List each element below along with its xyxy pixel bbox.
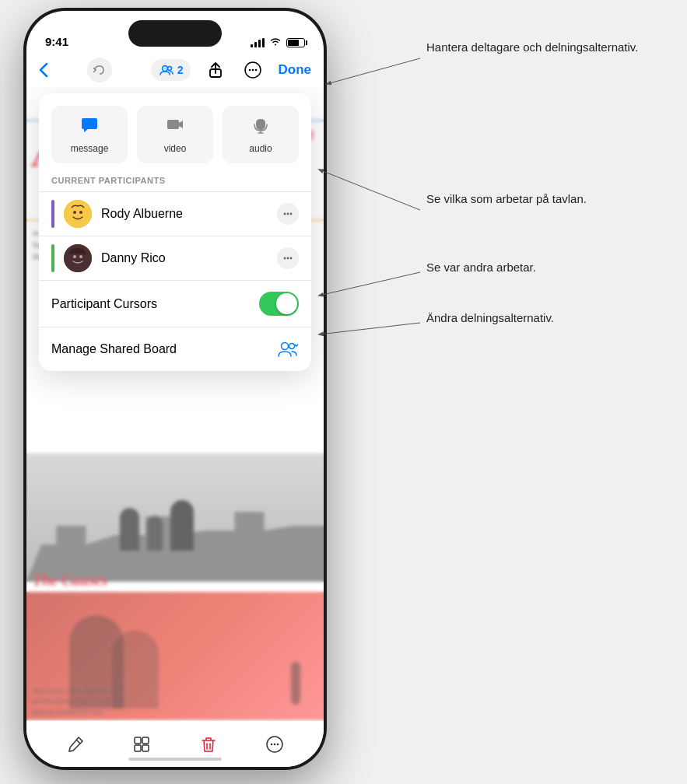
- video-button[interactable]: video: [137, 106, 213, 163]
- svg-point-17: [79, 255, 82, 258]
- annotation-top: Hantera deltagare och delningsalternativ…: [426, 39, 660, 57]
- participant-cursors-row: Participant Cursors: [39, 280, 311, 327]
- svg-point-21: [282, 343, 289, 350]
- manage-shared-board-row[interactable]: Manage Shared Board: [39, 327, 311, 371]
- svg-point-20: [290, 257, 293, 260]
- svg-point-22: [289, 344, 295, 349]
- rody-indicator: [51, 200, 54, 228]
- annotation-manage: Ändra delningsalternativ.: [426, 311, 652, 325]
- svg-line-34: [319, 323, 420, 334]
- svg-point-11: [79, 211, 82, 214]
- manage-icon: [277, 338, 299, 360]
- audio-label: audio: [249, 143, 272, 154]
- collab-icon: [159, 62, 174, 78]
- status-icons: [251, 37, 305, 48]
- add-button[interactable]: [128, 730, 156, 758]
- signal-icon: [251, 38, 265, 47]
- annotation-middle: Se vilka som arbetar på tavlan.: [426, 191, 652, 208]
- svg-point-10: [73, 211, 76, 214]
- svg-point-2: [163, 65, 167, 70]
- svg-rect-8: [167, 120, 179, 129]
- danny-avatar: [64, 244, 92, 272]
- done-button[interactable]: Done: [278, 62, 311, 78]
- more-button[interactable]: [240, 58, 265, 82]
- manage-label: Manage Shared Board: [51, 342, 268, 356]
- annotation-cursor-text: Se var andra arbetar.: [426, 261, 536, 274]
- svg-line-31: [327, 58, 420, 84]
- audio-icon: [251, 115, 270, 138]
- message-button[interactable]: message: [51, 106, 128, 163]
- annotation-manage-text: Ändra delningsalternativ.: [426, 311, 554, 324]
- annotation-middle-text: Se vilka som arbetar på tavlan.: [426, 192, 587, 205]
- cursors-toggle-label: Participant Cursors: [51, 297, 250, 311]
- annotation-cursor: Se var andra arbetar.: [426, 261, 652, 275]
- svg-rect-25: [135, 745, 141, 751]
- danny-indicator: [51, 244, 54, 272]
- svg-point-7: [255, 69, 258, 72]
- svg-point-30: [277, 743, 279, 745]
- svg-point-6: [252, 69, 254, 72]
- video-label: video: [164, 143, 187, 154]
- svg-line-33: [319, 272, 420, 296]
- share-button[interactable]: [203, 58, 228, 82]
- undo-button[interactable]: [87, 58, 112, 82]
- video-icon: [166, 115, 184, 138]
- svg-point-5: [249, 69, 251, 72]
- svg-point-1: [167, 67, 171, 71]
- pen-tool-button[interactable]: [61, 730, 89, 758]
- svg-point-14: [290, 213, 293, 215]
- svg-point-29: [274, 743, 276, 745]
- rody-name: Rody Albuerne: [101, 207, 268, 221]
- delete-button[interactable]: [195, 730, 223, 758]
- participant-row-danny: Danny Rico: [39, 236, 311, 280]
- svg-rect-24: [142, 737, 149, 744]
- toolbar-more-button[interactable]: [261, 730, 289, 758]
- message-label: message: [71, 143, 109, 154]
- svg-point-9: [64, 200, 92, 228]
- svg-point-12: [284, 213, 286, 215]
- nav-bar: 2 Done: [26, 53, 324, 87]
- audio-button[interactable]: audio: [223, 106, 299, 163]
- collab-button[interactable]: 2: [151, 59, 191, 81]
- wifi-icon: [269, 37, 282, 48]
- danny-name: Danny Rico: [101, 251, 268, 265]
- svg-line-32: [319, 170, 420, 210]
- status-time: 9:41: [45, 35, 68, 48]
- back-button[interactable]: [39, 62, 48, 78]
- home-indicator: [128, 758, 222, 761]
- toggle-thumb: [276, 293, 297, 314]
- svg-point-18: [284, 257, 286, 260]
- rody-avatar: [64, 200, 92, 228]
- danny-more-button[interactable]: [277, 247, 299, 269]
- svg-rect-26: [142, 745, 149, 751]
- participant-row-rody: Rody Albuerne: [39, 191, 311, 236]
- rody-more-button[interactable]: [277, 203, 299, 225]
- nav-center: 2 Done: [151, 58, 311, 82]
- svg-rect-23: [135, 737, 141, 744]
- annotation-top-text: Hantera deltagare och delningsalternativ…: [426, 40, 638, 54]
- comm-row: message video: [39, 93, 311, 173]
- collab-count: 2: [177, 64, 184, 76]
- phone-frame: 9:41: [23, 8, 327, 770]
- svg-point-16: [73, 255, 76, 258]
- cursors-toggle[interactable]: [259, 292, 299, 316]
- svg-point-13: [287, 213, 289, 215]
- dynamic-island: [128, 20, 222, 47]
- phone-screen: 9:41: [26, 11, 324, 767]
- message-icon: [80, 115, 99, 138]
- svg-point-28: [271, 743, 273, 745]
- participants-section-header: CURRENT PARTICIPANTS: [39, 173, 311, 191]
- battery-icon: [286, 38, 305, 47]
- svg-point-19: [287, 257, 289, 260]
- popup-panel: message video: [39, 93, 311, 371]
